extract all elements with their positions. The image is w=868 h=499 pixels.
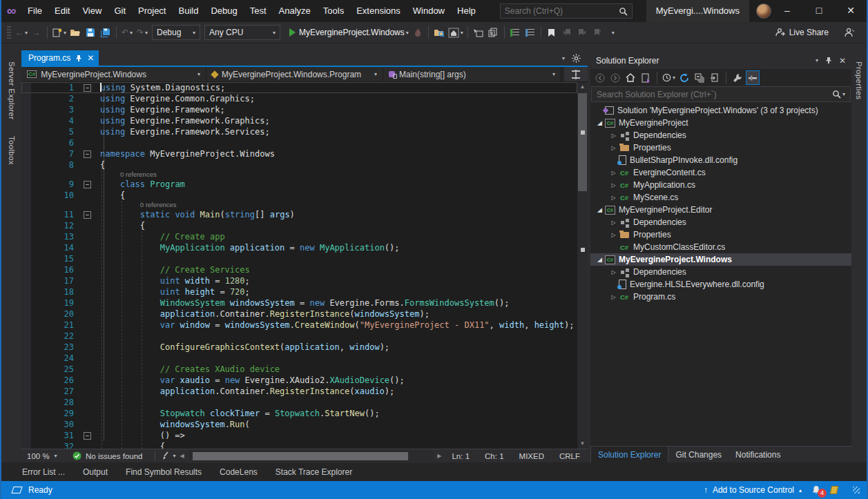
side-tab-properties[interactable]: Properties bbox=[855, 55, 863, 106]
project-dropdown[interactable]: C# MyEvergineProject.Windows▾ bbox=[21, 67, 206, 81]
code-line-13[interactable]: 13 // Create app bbox=[21, 231, 577, 242]
code-line-17[interactable]: 17 uint width = 1280; bbox=[21, 275, 577, 286]
peek-definition-icon[interactable] bbox=[486, 24, 501, 41]
expanded-arrow-icon[interactable]: ◢ bbox=[595, 256, 605, 263]
solution-explorer-header[interactable]: Solution Explorer ▾ ✕ bbox=[590, 52, 851, 69]
search-options-icon[interactable]: ▾ bbox=[842, 91, 845, 97]
code-line-15[interactable]: 15 bbox=[21, 253, 577, 264]
code-line-23[interactable]: 23 ConfigureGraphicsContext(application,… bbox=[21, 342, 577, 353]
live-share-icon[interactable] bbox=[775, 28, 785, 37]
toolbar-overflow-icon[interactable]: ▾ bbox=[605, 24, 620, 41]
bottom-tab-stack-trace-explorer[interactable]: Stack Trace Explorer bbox=[276, 467, 352, 477]
type-dropdown[interactable]: MyEvergineProject.Windows.Program▾ bbox=[206, 67, 383, 81]
side-tab-server-explorer[interactable]: Server Explorer bbox=[8, 55, 16, 126]
uncomment-lines-icon[interactable] bbox=[523, 24, 538, 41]
code-line-16[interactable]: 16 // Create Services bbox=[21, 264, 577, 275]
tree-item-solution-myevergineproject-windows-3-of-[interactable]: Solution 'MyEvergineProject.Windows' (3 … bbox=[590, 104, 851, 117]
fold-toggle-icon[interactable]: − bbox=[84, 211, 91, 219]
panel-tab-notifications[interactable]: Notifications bbox=[729, 447, 787, 462]
codelens-references[interactable]: 0 references bbox=[21, 170, 577, 179]
pin-tab-icon[interactable] bbox=[75, 55, 82, 62]
menu-help[interactable]: Help bbox=[451, 0, 482, 22]
new-project-icon[interactable]: ▾ bbox=[50, 24, 68, 41]
code-editor[interactable]: 1−using System.Diagnostics;2using Evergi… bbox=[21, 82, 588, 449]
hot-reload-icon[interactable] bbox=[410, 24, 425, 41]
expanded-arrow-icon[interactable]: ◢ bbox=[595, 119, 605, 126]
code-cleanup-icon[interactable]: ▾ bbox=[161, 448, 177, 464]
document-health-indicator[interactable]: No issues found bbox=[66, 451, 149, 460]
save-all-icon[interactable] bbox=[98, 24, 113, 41]
tree-item-myscene-cs[interactable]: ▷C#MyScene.cs bbox=[590, 191, 851, 204]
add-to-source-control-button[interactable]: ↑ Add to Source Control ▴ bbox=[704, 485, 802, 495]
start-debugging-button[interactable]: MyEvergineProject.Windows▾ bbox=[282, 24, 410, 41]
comment-lines-icon[interactable] bbox=[508, 24, 523, 41]
collapsed-arrow-icon[interactable]: ▷ bbox=[608, 182, 619, 188]
se-forward-icon[interactable] bbox=[608, 70, 622, 85]
fold-toggle-icon[interactable]: − bbox=[84, 432, 91, 440]
maximize-button[interactable]: □ bbox=[803, 0, 835, 22]
tree-item-properties[interactable]: ▷Properties bbox=[590, 228, 851, 241]
code-line-27[interactable]: 27 application.Container.RegisterInstanc… bbox=[21, 386, 577, 397]
code-line-22[interactable]: 22 bbox=[21, 331, 577, 342]
tree-item-dependencies[interactable]: ▷Dependencies bbox=[590, 266, 851, 278]
bottom-tab-error-list-[interactable]: Error List ... bbox=[22, 467, 65, 477]
code-line-25[interactable]: 25 // Creates XAudio device bbox=[21, 364, 577, 375]
collapsed-arrow-icon[interactable]: ▷ bbox=[608, 195, 619, 201]
se-back-icon[interactable] bbox=[593, 70, 607, 85]
panel-tab-solution-explorer[interactable]: Solution Explorer bbox=[590, 447, 668, 462]
tree-item-program-cs[interactable]: ▷C#Program.cs bbox=[590, 291, 851, 303]
bottom-tab-find-symbol-results[interactable]: Find Symbol Results bbox=[126, 467, 202, 477]
toolbar-grip[interactable] bbox=[7, 26, 11, 39]
zoom-dropdown[interactable]: 100 %▾ bbox=[21, 452, 66, 460]
pending-changes-filter-icon[interactable]: ▾ bbox=[662, 70, 676, 85]
user-avatar[interactable] bbox=[756, 3, 771, 19]
fold-toggle-icon[interactable]: − bbox=[84, 181, 91, 188]
split-editor-icon[interactable] bbox=[564, 67, 588, 81]
switch-views-icon[interactable] bbox=[639, 70, 653, 85]
collapsed-arrow-icon[interactable]: ▷ bbox=[608, 294, 619, 300]
code-line-6[interactable]: 6 bbox=[21, 137, 577, 148]
code-line-21[interactable]: 21 var window = windowsSystem.CreateWind… bbox=[21, 320, 577, 331]
codelens-references[interactable]: 0 references bbox=[21, 201, 577, 209]
solution-configuration-dropdown[interactable]: Debug▾ bbox=[152, 25, 200, 40]
previous-bookmark-icon[interactable] bbox=[559, 24, 575, 41]
search-input[interactable] bbox=[505, 6, 619, 16]
code-line-4[interactable]: 4using Evergine.Framework.Graphics; bbox=[21, 115, 577, 126]
resize-grip[interactable] bbox=[853, 487, 860, 493]
code-line-8[interactable]: 8{ bbox=[21, 159, 577, 170]
code-line-11[interactable]: 11− static void Main(string[] args) bbox=[21, 209, 577, 220]
member-dropdown[interactable]: Main(string[] args)▾ bbox=[383, 67, 561, 81]
quick-search-box[interactable] bbox=[500, 3, 633, 19]
live-share-label[interactable]: Live Share bbox=[789, 28, 829, 37]
bookmark-icon[interactable] bbox=[544, 24, 559, 41]
menu-debug[interactable]: Debug bbox=[204, 0, 243, 22]
tree-item-everginecontent-cs[interactable]: ▷C#EvergineContent.cs bbox=[590, 166, 851, 179]
menu-edit[interactable]: Edit bbox=[48, 0, 76, 22]
code-line-24[interactable]: 24 bbox=[21, 353, 577, 364]
tab-program-cs[interactable]: Program.cs ✕ bbox=[21, 50, 99, 66]
code-line-32[interactable]: 32 { bbox=[21, 441, 577, 449]
panel-tab-git-changes[interactable]: Git Changes bbox=[668, 447, 729, 462]
code-line-5[interactable]: 5using Evergine.Framework.Services; bbox=[21, 126, 577, 137]
tree-item-myevergineproject-windows[interactable]: ◢C#MyEvergineProject.Windows bbox=[590, 253, 851, 266]
menu-tools[interactable]: Tools bbox=[317, 0, 350, 22]
code-line-26[interactable]: 26 var xaudio = new Evergine.XAudio2.XAu… bbox=[21, 375, 577, 386]
code-line-19[interactable]: 19 WindowsSystem windowsSystem = new Eve… bbox=[21, 297, 577, 309]
sync-with-active-document-icon[interactable] bbox=[708, 70, 722, 85]
encoding-indicator[interactable]: MIXED bbox=[512, 452, 552, 460]
collapsed-arrow-icon[interactable]: ▷ bbox=[608, 170, 619, 176]
se-home-icon[interactable] bbox=[624, 70, 637, 85]
tree-item-myevergineproject[interactable]: ◢C#MyEvergineProject bbox=[590, 117, 851, 129]
navigate-to-icon[interactable] bbox=[471, 24, 486, 41]
fold-toggle-icon[interactable]: − bbox=[84, 84, 91, 92]
redo-icon[interactable]: ↷▾ bbox=[135, 24, 150, 41]
bottom-tab-codelens[interactable]: CodeLens bbox=[220, 467, 258, 477]
show-all-files-toggle[interactable] bbox=[746, 70, 760, 85]
navigate-forward-icon[interactable]: → bbox=[29, 24, 44, 41]
code-line-28[interactable]: 28 bbox=[21, 397, 577, 408]
menu-window[interactable]: Window bbox=[407, 0, 451, 22]
close-panel-icon[interactable]: ✕ bbox=[839, 56, 846, 66]
code-line-7[interactable]: 7−namespace MyEvergineProject.Windows bbox=[21, 148, 577, 159]
code-line-2[interactable]: 2using Evergine.Common.Graphics; bbox=[21, 93, 577, 104]
vertical-scrollbar[interactable]: ▲ ▼ bbox=[577, 82, 588, 449]
